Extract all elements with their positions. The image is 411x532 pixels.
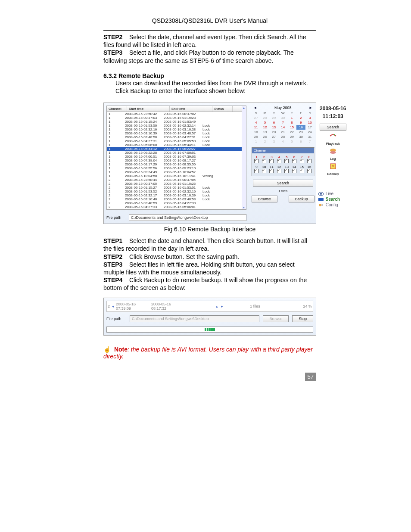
b-step1-text: Select the date and channel. Then click … [103,237,307,252]
table-row[interactable]: 12008-05-16 02:32:162008-05-16 03:10:38L… [107,128,246,131]
table-scrollbar[interactable]: ▴ ▾ [242,106,246,209]
channel-1[interactable]: 1 [254,155,260,164]
table-row[interactable]: 22008-05-15 23:58:442008-05-16 00:37:04 [107,178,246,182]
table-row[interactable]: 12008-05-16 10:04:582008-05-16 10:11:41W… [107,174,246,178]
doc-header: QSD2308L/QSD2316L DVR User's Manual [103,17,316,24]
channel-9[interactable]: 9 [254,165,260,174]
nav-live[interactable]: Live [318,191,348,196]
channel-4[interactable]: 4 [276,155,282,164]
step3-text: Select a file, and click Play button to … [103,49,294,64]
svg-rect-6 [318,198,324,201]
col-status[interactable]: Status [212,106,233,112]
channel-6[interactable]: 6 [291,155,297,164]
file-path-input[interactable]: C:\Documents and Settings\tongwei\Deskto… [129,214,246,221]
channel-5[interactable]: 5 [284,155,290,164]
table-row[interactable]: 22008-05-16 01:15:272008-05-16 01:53:51L… [107,186,246,190]
prog-path-input: C:\Documents and Settings\tongwei\Deskto… [130,315,259,322]
table-row[interactable]: 12008-05-15 23:58:422008-05-16 00:37:02 [107,112,246,116]
svg-point-7 [319,204,321,206]
side-panel: 2008-05-16 11:12:03 Search Playback Log … [318,106,348,221]
b-step2-label: STEP2 [103,253,122,260]
table-header: Channel Start time End time Status [107,106,246,112]
b-step3-label: STEP3 [103,261,122,268]
channel-13[interactable]: 13 [284,165,290,174]
backup-progress-figure: 2 ◂ 2008-05-16 07:39:09 2008-05-16 08:17… [103,298,316,336]
table-row[interactable]: 12008-05-16 04:27:312008-05-16 05:05:59L… [107,139,246,143]
calendar-title: May 2008 [274,106,292,110]
table-row[interactable]: 12008-05-16 05:06:002008-05-16 05:44:11L… [107,143,246,147]
table-row[interactable]: 22008-05-16 05:06:012008-05-16 05:44:12 [107,209,246,210]
table-row[interactable]: 12008-05-16 00:37:032008-05-16 01:15:23 [107,116,246,120]
channel-8[interactable]: 8 [306,155,312,164]
channel-14[interactable]: 14 [291,165,297,174]
calendar[interactable]: SMTWTFS 27282930123 45678910 11121314151… [252,111,314,144]
table-row[interactable]: 12008-05-16 09:24:492008-05-16 10:04:57 [107,170,246,174]
playback-icon[interactable] [329,132,337,140]
prog-path-label: File path [106,317,126,321]
page-number: 57 [103,373,316,381]
cal-next-icon[interactable]: ► [309,106,313,110]
col-start-time[interactable]: Start time [127,106,170,112]
table-row[interactable]: 12008-05-16 08:55:562008-05-16 09:23:10 [107,166,246,170]
log-icon[interactable] [329,147,337,155]
col-channel[interactable]: Channel [107,106,127,112]
svg-point-5 [320,193,322,195]
table-row[interactable]: 22008-05-16 03:48:592008-05-16 04:27:33 [107,201,246,205]
prog-start: 2008-05-16 07:39:09 [116,302,150,311]
channel-2[interactable]: 2 [261,155,267,164]
search-button[interactable]: Search [253,180,313,187]
channel-3[interactable]: 3 [269,155,275,164]
backup-icon[interactable] [329,162,337,170]
table-row[interactable]: 12008-05-16 07:00:512008-05-16 07:39:03 [107,155,246,159]
file-path-label: File path [106,215,126,220]
b-step4-text: Click Backup to do remote backup. It wil… [103,277,307,291]
table-row[interactable]: 22008-05-16 01:53:522008-05-16 02:32:16L… [107,190,246,193]
side-search-button[interactable]: Search [320,124,346,131]
cal-prev-icon[interactable]: ◄ [253,106,257,110]
table-row[interactable]: 22008-05-16 04:27:332008-05-16 05:06:01 [107,205,246,209]
svg-point-2 [330,151,336,154]
table-row[interactable]: 22008-05-16 00:37:052008-05-16 01:15:26 [107,182,246,186]
header-rule [103,30,316,31]
table-row[interactable]: 22008-05-16 02:32:172008-05-16 03:10:39L… [107,193,246,197]
b-step2-text: Click Browse button. Set the saving path… [129,253,239,260]
channel-11[interactable]: 11 [269,165,275,174]
col-end-time[interactable]: End time [170,106,212,112]
file-count: 1 files [252,189,314,193]
backup-button[interactable]: Backup [289,196,314,202]
nav-search[interactable]: Search [318,197,348,202]
scroll-down-icon[interactable]: ▾ [243,205,245,209]
b-step3-text: Select files in left file area. Holding … [103,261,295,276]
file-table[interactable]: Channel Start time End time Status 12008… [106,106,246,210]
hand-icon: ☝ [103,346,111,353]
gear-icon [318,203,324,207]
table-row[interactable]: 12008-05-16 03:48:582008-05-16 04:27:31L… [107,135,246,139]
side-time: 11:12:03 [323,113,343,119]
channel-15[interactable]: 15 [299,165,305,174]
channel-12[interactable]: 12 [276,165,282,174]
channel-7[interactable]: 7 [299,155,305,164]
channel-10[interactable]: 10 [261,165,267,174]
table-row[interactable]: 22008-05-16 03:10:402008-05-16 03:48:58L… [107,197,246,201]
channel-16[interactable]: 16 [306,165,312,174]
step2-label: STEP2 [103,34,122,40]
prog-stop-button[interactable]: Stop [292,315,313,322]
table-row[interactable]: 12008-05-16 08:17:292008-05-16 08:55:56 [107,162,246,166]
table-row[interactable]: 12008-05-16 01:15:242008-05-16 01:53:49 [107,120,246,124]
prog-scroll-right[interactable]: ▸ [220,304,224,308]
eye-icon [318,192,324,196]
prog-scroll-up[interactable]: ▴ [215,304,219,308]
b-step1-label: STEP1 [103,237,122,244]
browse-button[interactable]: Browse [252,196,277,202]
table-row[interactable]: 12008-05-16 03:10:392008-05-16 03:48:57L… [107,131,246,135]
nav-config[interactable]: Config [318,202,348,207]
section-heading: 6.3.2 Remote Backup [103,72,316,79]
table-row[interactable]: 12008-05-16 01:53:502008-05-16 02:32:14L… [107,124,246,128]
table-row[interactable]: 12008-05-16 07:39:042008-05-16 08:17:27 [107,159,246,162]
prog-scroll-left[interactable]: ◂ [111,304,115,308]
scroll-up-icon[interactable]: ▴ [243,106,245,110]
table-row[interactable]: 12008-05-16 05:44:122008-05-16 06:22:27 [107,147,246,151]
prog-end: 2008-05-16 08:17:32 [151,302,186,311]
table-row[interactable]: 12008-05-16 06:22:282008-05-16 07:00:51 [107,151,246,155]
prog-percent: 24 % [286,304,312,308]
